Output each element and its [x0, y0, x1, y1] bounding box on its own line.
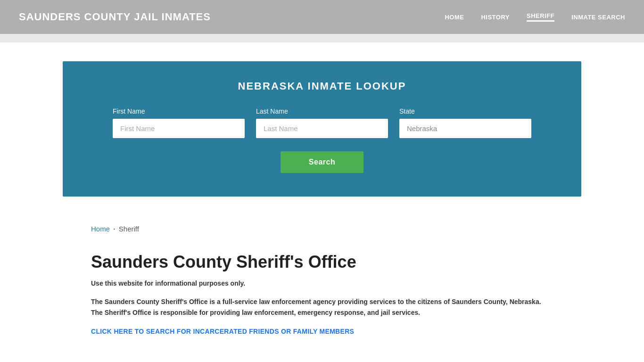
content-subtitle: Use this website for informational purpo…: [91, 280, 553, 287]
last-name-field-group: Last Name: [256, 107, 388, 138]
main-content: Home • Sheriff Saunders County Sheriff's…: [63, 215, 581, 354]
search-section-title: NEBRASKA INMATE LOOKUP: [91, 80, 553, 92]
nav-sheriff[interactable]: SHERIFF: [527, 12, 554, 22]
last-name-input[interactable]: [256, 119, 388, 138]
breadcrumb-current: Sheriff: [119, 225, 139, 233]
breadcrumb-home-link[interactable]: Home: [91, 225, 110, 233]
breadcrumb: Home • Sheriff: [91, 225, 553, 233]
search-button-wrapper: Search: [91, 151, 553, 173]
search-fields-container: First Name Last Name State: [91, 107, 553, 138]
page-title: Saunders County Sheriff's Office: [91, 252, 553, 272]
site-title: SAUNDERS COUNTY JAIL INMATES: [19, 11, 211, 23]
first-name-field-group: First Name: [113, 107, 245, 138]
site-header: SAUNDERS COUNTY JAIL INMATES HOME HISTOR…: [0, 0, 644, 34]
cta-search-link[interactable]: CLICK HERE to Search for Incarcerated Fr…: [91, 328, 354, 335]
content-description: The Saunders County Sheriff's Office is …: [91, 296, 553, 318]
nav-home[interactable]: HOME: [445, 14, 464, 21]
first-name-input[interactable]: [113, 119, 245, 138]
state-label: State: [399, 107, 531, 115]
search-section: NEBRASKA INMATE LOOKUP First Name Last N…: [63, 61, 581, 197]
sub-header-bar: [0, 34, 644, 42]
nav-inmate-search[interactable]: INMATE SEARCH: [571, 14, 625, 21]
state-field-group: State: [399, 107, 531, 138]
first-name-label: First Name: [113, 107, 245, 115]
main-nav: HOME HISTORY SHERIFF INMATE SEARCH: [445, 12, 625, 22]
last-name-label: Last Name: [256, 107, 388, 115]
search-button[interactable]: Search: [281, 151, 363, 173]
breadcrumb-separator: •: [114, 227, 115, 231]
state-input[interactable]: [399, 119, 531, 138]
nav-history[interactable]: HISTORY: [481, 14, 510, 21]
